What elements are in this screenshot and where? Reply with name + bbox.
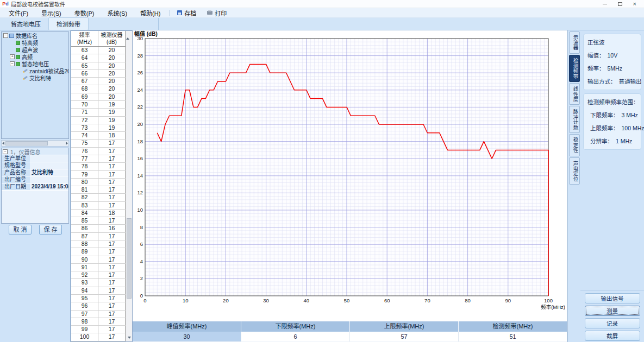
table-row[interactable]: 7319 [71,124,126,132]
minimize-icon[interactable] [603,4,607,4]
table-row[interactable]: 7219 [71,117,126,124]
table-cell: 97 [71,311,98,318]
maximize-icon[interactable] [618,2,622,6]
prop-row-model[interactable]: 规格型号 [2,162,68,169]
tree-item[interactable]: zantaidi被试品20213 [2,67,68,74]
scroll-right-icon[interactable] [66,142,68,145]
table-row[interactable]: 6520 [71,62,126,70]
table-vertical-scrollbar[interactable] [126,31,132,341]
menu-display[interactable]: 显示(S) [35,9,68,17]
collapse-icon[interactable]: − [3,149,8,154]
table-row[interactable]: 9817 [71,318,126,326]
prop-value[interactable]: 2023/4/19 15:08 [30,183,68,190]
table-row[interactable]: 8717 [71,233,126,240]
table-row[interactable]: 7119 [71,109,126,116]
tree-item[interactable]: 特高频 [2,39,68,46]
table-row[interactable]: 9917 [71,326,126,333]
collapse-icon[interactable]: − [3,33,8,38]
table-row[interactable]: 9317 [71,279,126,287]
tab-stability[interactable]: 稳定性 [569,134,580,156]
prop-row-product-name[interactable]: 产品名称 艾比利特 [2,169,68,176]
tab-linearity[interactable]: 线性度 [569,83,580,105]
table-row[interactable]: 9517 [71,295,126,302]
instrument-info-header[interactable]: − 1，仪器信息 [2,148,68,155]
table-row[interactable]: 6720 [71,78,126,85]
tab-transient-earth-voltage[interactable]: 暂态地电压 [3,18,48,30]
prop-row-manufacturer[interactable]: 生产单位 [2,155,68,162]
table-row[interactable]: 7617 [71,148,126,155]
table-row[interactable]: 8616 [71,225,126,232]
output-signal-button[interactable]: 输出信号 [585,293,640,303]
archive-button[interactable]: 存档 [172,9,202,17]
lower-limit-value[interactable]: 6 [241,332,350,341]
table-row[interactable]: 8117 [71,186,126,194]
scroll-down-icon[interactable] [128,337,131,339]
menu-system[interactable]: 系统(S) [101,9,134,17]
upper-limit-value[interactable]: 57 [350,332,459,341]
table-row[interactable]: 7717 [71,155,126,163]
tree-item[interactable]: −数据库名 [2,32,68,39]
cancel-button[interactable]: 取 消 [9,225,32,235]
table-row[interactable]: 7817 [71,163,126,170]
table-row[interactable]: 6620 [71,70,126,78]
table-row[interactable]: 7418 [71,132,126,140]
peak-frequency-value[interactable]: 30 [133,332,241,341]
tree-horizontal-scrollbar[interactable] [1,140,69,147]
menu-parameters[interactable]: 参数(P) [68,9,101,17]
record-button[interactable]: 记录 [585,318,640,328]
table-row[interactable]: 7917 [71,171,126,179]
table-row[interactable]: 9017 [71,256,126,264]
scroll-left-icon[interactable] [2,142,4,145]
prop-row-factory-date[interactable]: 出厂日期 2023/4/19 15:08 [2,183,68,191]
scroll-up-icon[interactable] [126,31,129,40]
table-row[interactable]: 8017 [71,179,126,186]
collapse-icon[interactable]: − [10,61,15,66]
table-row[interactable]: 8917 [71,248,126,256]
menu-help[interactable]: 帮助(H) [134,9,167,17]
tree-item[interactable]: −暂态地电压 [2,60,68,67]
prop-value[interactable] [30,162,68,169]
tree-item[interactable]: +高频 [2,53,68,60]
print-button[interactable]: 打印 [202,9,232,17]
prop-value[interactable] [30,155,68,162]
tab-pulse-count[interactable]: 脉冲计数 [569,106,580,133]
tree-item[interactable]: 艾比利特 [2,74,68,81]
right-button-stack: 输出信号 测量 记录 截屏 [580,290,644,341]
menu-file[interactable]: 文件(F) [2,9,35,17]
prop-value[interactable] [30,176,68,183]
svg-text:70: 70 [424,297,430,303]
tree-item[interactable]: 超声波 [2,46,68,53]
table-row[interactable]: 10017 [71,333,126,341]
table-row[interactable]: 8418 [71,210,126,217]
detection-band-value[interactable]: 51 [459,332,567,341]
table-row[interactable]: 6920 [71,93,126,101]
table-row[interactable]: 6820 [71,85,126,93]
tab-detection-band[interactable]: 检测频带 [48,17,89,30]
table-row[interactable]: 9117 [71,264,126,271]
measure-button[interactable]: 测量 [585,306,640,316]
tab-acoustic-electric-location[interactable]: 声电定位 [569,157,580,185]
table-row[interactable]: 8217 [71,194,126,201]
table-row[interactable]: 8817 [71,240,126,248]
tab-oscilloscope[interactable]: 示波器 [569,31,580,54]
table-row[interactable]: 7019 [71,101,126,109]
prop-value[interactable]: 艾比利特 [30,169,68,176]
scrollbar-thumb[interactable] [5,141,48,145]
expand-icon[interactable]: + [10,54,15,59]
table-row[interactable]: 6420 [71,54,126,62]
prop-row-serial[interactable]: 出厂编号 [2,176,68,183]
table-row[interactable]: 9417 [71,287,126,295]
table-row[interactable]: 6320 [71,47,126,54]
save-icon [177,10,182,15]
table-row[interactable]: 9717 [71,311,126,318]
table-row[interactable]: 8317 [71,202,126,210]
save-button[interactable]: 保 存 [39,225,62,235]
table-row[interactable]: 9617 [71,302,126,310]
table-row[interactable]: 8517 [71,217,126,225]
scrollbar-thumb[interactable] [127,218,132,299]
table-row[interactable]: 7517 [71,140,126,147]
tab-detection-band-vertical[interactable]: 检测频带 [569,55,580,82]
close-icon[interactable]: × [633,1,636,7]
table-row[interactable]: 9217 [71,271,126,279]
screenshot-button[interactable]: 截屏 [585,331,640,341]
